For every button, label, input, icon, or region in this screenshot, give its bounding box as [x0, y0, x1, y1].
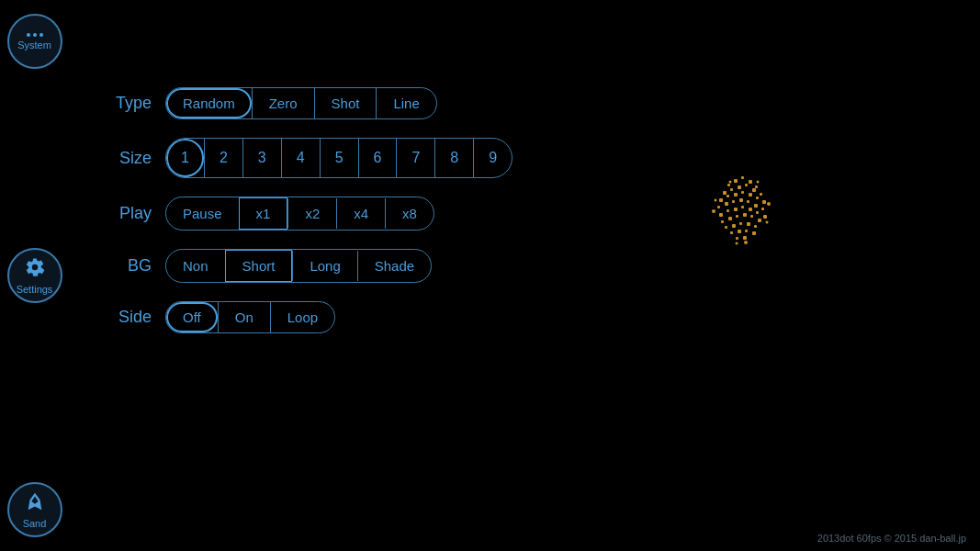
svg-point-54 [744, 241, 748, 244]
bg-short-btn[interactable]: Short [225, 250, 293, 282]
svg-rect-23 [754, 204, 758, 208]
svg-rect-24 [761, 208, 764, 210]
type-zero-btn[interactable]: Zero [252, 88, 314, 118]
play-pause-btn[interactable]: Pause [166, 198, 239, 229]
svg-rect-37 [758, 219, 761, 222]
size-label: Size [96, 149, 152, 168]
svg-rect-28 [741, 206, 744, 208]
svg-rect-31 [763, 215, 767, 219]
svg-rect-40 [739, 222, 742, 225]
footer: 2013dot 60fps © 2015 dan-ball.jp [817, 533, 966, 544]
play-label: Play [96, 204, 152, 223]
svg-rect-41 [747, 222, 750, 226]
size-7-btn[interactable]: 7 [396, 139, 434, 177]
size-group: 1 2 3 4 5 6 7 8 9 [165, 138, 513, 178]
svg-rect-48 [743, 236, 747, 240]
svg-rect-25 [719, 213, 723, 217]
size-9-btn[interactable]: 9 [473, 139, 512, 177]
svg-rect-29 [749, 208, 752, 211]
svg-rect-11 [719, 198, 723, 202]
size-4-btn[interactable]: 4 [281, 139, 320, 177]
svg-rect-43 [730, 231, 733, 234]
size-5-btn[interactable]: 5 [320, 139, 358, 177]
type-label: Type [96, 94, 152, 113]
svg-point-51 [766, 221, 769, 224]
svg-rect-19 [725, 202, 728, 206]
svg-point-55 [729, 181, 732, 184]
play-row: Play Pause x1 x2 x4 x8 [96, 197, 952, 231]
bg-non-btn[interactable]: Non [166, 251, 225, 281]
size-8-btn[interactable]: 8 [434, 139, 473, 177]
settings-label: Settings [17, 284, 53, 295]
svg-rect-15 [749, 193, 752, 197]
svg-rect-36 [750, 215, 753, 218]
svg-point-49 [767, 202, 771, 206]
side-loop-btn[interactable]: Loop [270, 302, 334, 332]
type-group: Random Zero Shot Line [165, 87, 437, 119]
svg-rect-1 [734, 179, 738, 183]
svg-rect-9 [752, 188, 756, 192]
main-controls: Type Random Zero Shot Line Size 1 2 3 4 … [69, 0, 980, 551]
svg-rect-16 [756, 197, 759, 199]
system-label: System [17, 39, 51, 51]
system-button[interactable]: System [7, 14, 62, 69]
bg-row: BG Non Short Long Shade [96, 249, 952, 283]
sand-blob-svg [686, 165, 796, 266]
svg-rect-17 [762, 200, 766, 204]
footer-text: 2013dot 60fps © 2015 dan-ball.jp [817, 533, 966, 544]
size-2-btn[interactable]: 2 [204, 139, 242, 177]
size-1-btn[interactable]: 1 [166, 139, 204, 177]
svg-rect-46 [752, 231, 756, 235]
dots-icon [27, 33, 43, 37]
side-off-btn[interactable]: Off [166, 302, 218, 332]
size-row: Size 1 2 3 4 5 6 7 8 9 [96, 138, 952, 178]
svg-rect-0 [727, 184, 730, 186]
type-line-btn[interactable]: Line [376, 88, 435, 118]
bg-group: Non Short Long Shade [165, 249, 432, 283]
svg-rect-13 [734, 193, 738, 197]
bg-shade-btn[interactable]: Shade [357, 251, 431, 281]
sidebar: System Settings Sand [0, 0, 69, 551]
svg-rect-3 [749, 180, 752, 184]
svg-rect-22 [747, 200, 749, 203]
svg-rect-4 [755, 186, 758, 188]
svg-point-50 [712, 209, 715, 213]
play-group: Pause x1 x2 x4 x8 [165, 197, 434, 231]
svg-rect-20 [732, 200, 735, 203]
svg-rect-12 [727, 195, 729, 197]
svg-rect-14 [741, 191, 744, 194]
svg-rect-38 [725, 226, 727, 229]
svg-rect-35 [743, 213, 747, 217]
svg-rect-33 [728, 217, 732, 220]
play-x2-btn[interactable]: x2 [287, 198, 336, 229]
type-shot-btn[interactable]: Shot [314, 88, 377, 118]
play-x1-btn[interactable]: x1 [239, 197, 288, 230]
size-3-btn[interactable]: 3 [242, 139, 281, 177]
svg-rect-39 [732, 224, 736, 228]
side-group: Off On Loop [165, 301, 335, 333]
bg-label: BG [96, 256, 152, 276]
svg-rect-32 [721, 220, 724, 223]
svg-rect-34 [736, 215, 738, 218]
play-x8-btn[interactable]: x8 [385, 198, 434, 229]
size-6-btn[interactable]: 6 [358, 139, 397, 177]
type-random-btn[interactable]: Random [166, 88, 252, 118]
sand-button[interactable]: Sand [7, 482, 62, 537]
svg-rect-10 [760, 193, 762, 196]
svg-rect-21 [739, 198, 743, 202]
svg-rect-44 [738, 230, 741, 233]
svg-point-53 [736, 242, 738, 245]
side-on-btn[interactable]: On [218, 302, 270, 332]
gear-icon [25, 257, 45, 281]
svg-rect-18 [717, 206, 720, 208]
svg-rect-8 [745, 184, 748, 186]
side-row: Side Off On Loop [96, 301, 952, 333]
bg-long-btn[interactable]: Long [292, 251, 356, 281]
svg-rect-27 [734, 208, 738, 211]
svg-rect-47 [736, 237, 738, 240]
svg-point-52 [715, 199, 717, 202]
svg-rect-26 [727, 209, 729, 212]
settings-button[interactable]: Settings [7, 248, 62, 303]
svg-rect-30 [756, 211, 759, 214]
play-x4-btn[interactable]: x4 [336, 198, 385, 229]
